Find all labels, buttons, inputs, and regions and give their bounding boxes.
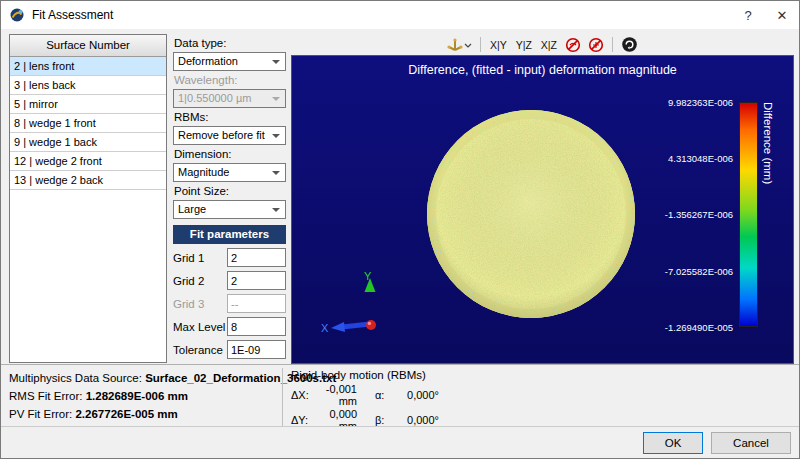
- grid1-label: Grid 1: [173, 252, 227, 264]
- titlebar: Fit Assessment ? ✕: [1, 1, 799, 29]
- fit-parameters-header: Fit parameters: [173, 225, 286, 244]
- grid3-input: [227, 294, 286, 313]
- axes-triad-icon: [447, 37, 464, 53]
- cancel-button[interactable]: Cancel: [711, 432, 791, 454]
- ok-button[interactable]: OK: [643, 432, 703, 454]
- chevron-down-icon: [272, 97, 280, 101]
- table-row[interactable]: 13 | wedge 2 back: [10, 171, 166, 190]
- view-xy-button[interactable]: X|Y: [487, 36, 510, 54]
- point-size-dropdown[interactable]: Large: [173, 200, 286, 219]
- surface-table-header: Surface Number: [10, 35, 166, 57]
- dimension-dropdown[interactable]: Magnitude: [173, 163, 286, 182]
- table-row[interactable]: 12 | wedge 2 front: [10, 152, 166, 171]
- table-row[interactable]: 5 | mirror: [10, 95, 166, 114]
- data-type-value: Deformation: [178, 55, 238, 67]
- status-panel: Multiphysics Data Source: Surface_02_Def…: [1, 364, 800, 428]
- dimension-value: Magnitude: [178, 166, 229, 178]
- viz-canvas[interactable]: Difference, (fitted - input) deformation…: [291, 55, 794, 364]
- data-type-label: Data type:: [174, 37, 286, 50]
- rms-fit-error-line: RMS Fit Error: 1.282689E-006 mm: [9, 387, 336, 405]
- grid1-input[interactable]: [227, 248, 286, 267]
- footer: OK Cancel: [1, 426, 800, 458]
- grid2-input[interactable]: [227, 271, 286, 290]
- wavelength-label: Wavelength:: [174, 74, 286, 87]
- reset-rotation-icon: [621, 36, 638, 53]
- fit-assessment-dialog: Fit Assessment ? ✕ Surface Number 2 | le…: [0, 0, 800, 459]
- grid3-label: Grid 3: [173, 298, 227, 310]
- data-type-dropdown[interactable]: Deformation: [173, 52, 286, 71]
- colorbar-tick: 9.982363E-006: [668, 97, 733, 108]
- rbm-row: ΔX: -0,001 mm α: 0,000°: [291, 383, 439, 408]
- viz-toolbar: X|Y Y|Z X|Z: [291, 34, 794, 55]
- window-title: Fit Assessment: [32, 8, 113, 22]
- table-row[interactable]: 8 | wedge 1 front: [10, 114, 166, 133]
- colorbar-tick: -7.025582E-006: [665, 266, 733, 277]
- view-xz-button[interactable]: X|Z: [538, 36, 560, 54]
- colorbar-tick: -1.356267E-006: [665, 209, 733, 220]
- max-level-input[interactable]: [227, 317, 286, 336]
- data-source-line: Multiphysics Data Source: Surface_02_Def…: [9, 369, 336, 387]
- reset-view-button[interactable]: [619, 36, 640, 54]
- rbms-value: Remove before fit: [178, 129, 265, 141]
- max-level-label: Max Level: [173, 321, 227, 333]
- dimension-label: Dimension:: [174, 148, 286, 161]
- orientation-dropdown[interactable]: [445, 36, 474, 54]
- axis-y-label: Y: [364, 270, 372, 282]
- table-row[interactable]: 9 | wedge 1 back: [10, 133, 166, 152]
- chevron-down-icon: [272, 60, 280, 64]
- wavelength-value: 1|0.550000 µm: [178, 92, 251, 104]
- axis-x-label: X: [321, 322, 329, 334]
- rbm-title: Rigid-body motion (RBMs): [291, 369, 439, 381]
- surface-table: Surface Number 2 | lens front 3 | lens b…: [9, 34, 167, 363]
- controls-panel: Data type: Deformation Wavelength: 1|0.5…: [173, 34, 286, 364]
- point-size-label: Point Size:: [174, 185, 286, 198]
- pv-fit-error-value: 2.267726E-005 mm: [75, 408, 177, 420]
- colorbar-tick: 4.313048E-006: [668, 153, 733, 164]
- tolerance-input[interactable]: [227, 340, 286, 359]
- visualization-panel: X|Y Y|Z X|Z: [291, 34, 794, 364]
- rbms-dropdown[interactable]: Remove before fit: [173, 126, 286, 145]
- chevron-down-icon: [272, 171, 280, 175]
- toolbar-separator: [480, 37, 481, 52]
- wavelength-dropdown: 1|0.550000 µm: [173, 89, 286, 108]
- deformation-map-disc: [424, 107, 638, 321]
- lock-rotation-button[interactable]: [563, 36, 583, 54]
- viz-title: Difference, (fitted - input) deformation…: [292, 63, 793, 77]
- orientation-axes: Y X: [320, 268, 388, 340]
- chevron-down-icon: [464, 41, 472, 49]
- no-pan-icon: [588, 37, 604, 53]
- app-icon: [9, 7, 25, 23]
- help-button[interactable]: ?: [731, 1, 765, 29]
- rbms-label: RBMs:: [174, 111, 286, 124]
- chevron-down-icon: [272, 134, 280, 138]
- status-divider: [282, 368, 283, 426]
- colorbar: [739, 102, 758, 327]
- no-rotate-icon: [565, 37, 581, 53]
- view-yz-button[interactable]: Y|Z: [513, 36, 535, 54]
- table-row[interactable]: 2 | lens front: [10, 57, 166, 76]
- pv-fit-error-line: PV Fit Error: 2.267726E-005 mm: [9, 405, 336, 423]
- rms-fit-error-value: 1.282689E-006 mm: [86, 390, 188, 402]
- tolerance-label: Tolerance: [173, 344, 227, 356]
- close-button[interactable]: ✕: [765, 1, 799, 29]
- chevron-down-icon: [272, 208, 280, 212]
- grid2-label: Grid 2: [173, 275, 227, 287]
- table-row[interactable]: 3 | lens back: [10, 76, 166, 95]
- colorbar-axis-label: Difference (mm): [762, 102, 774, 327]
- lock-pan-button[interactable]: [586, 36, 606, 54]
- toolbar-separator: [612, 37, 613, 52]
- point-size-value: Large: [178, 203, 206, 215]
- colorbar-tick: -1.269490E-005: [665, 322, 733, 333]
